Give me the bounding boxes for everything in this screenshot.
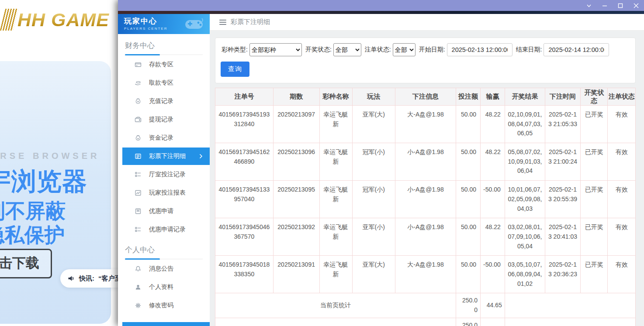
gear-icon [135,302,142,309]
sidebar-item[interactable]: 优惠申请 [122,202,210,220]
bet-detail-icon [135,153,142,160]
sidebar-item-label: 充值记录 [149,97,173,105]
sidebar-item[interactable]: 优惠申请记录 [122,221,210,238]
summary-winloss-total: 44.65 [480,293,505,318]
sidebar-item[interactable]: 存款专区 [122,56,210,73]
sidebar-item[interactable]: 提现记录 [122,111,210,128]
sidebar-item-label: 彩票下注明细 [149,152,186,160]
search-button[interactable]: 查询 [221,62,249,77]
profile-icon [135,284,142,291]
sidebar-item[interactable]: 资金记录 [122,129,210,147]
sidebar-item[interactable]: 取款专区 [122,74,210,92]
page-title: 彩票下注明细 [231,18,270,26]
summary-bet-total: 250.00 [456,293,481,318]
bet-table: 注单号期数彩种名称玩法下注信息投注额输赢开奖结果下注时间开奖状态注单状态 401… [215,88,636,326]
hh-game-logo: HH GAME [3,9,109,31]
column-header: 投注额 [456,88,481,106]
sidebar-item[interactable]: 修改密码 [122,297,210,314]
start-date-input[interactable] [447,43,512,56]
sidebar-item[interactable]: 充值记录 [122,93,210,110]
sidebar-item[interactable]: 厅室投注记录 [122,166,210,183]
summary-row: 当前页统计250.0044.65 [215,293,636,318]
download-button[interactable]: 击下载 [0,249,52,278]
players-center-window: 玩家中心 PLAYERS CENTER 财务中心存款专区取款专区充值记录提现记录… [118,0,644,326]
minimize-button[interactable] [601,2,608,9]
sidebar-item[interactable]: 彩票下注明细 [122,148,210,165]
sidebar-item[interactable]: 个人资料 [122,278,210,296]
column-header: 开奖状态 [580,88,608,106]
sidebar-item-label: 资金记录 [149,134,173,142]
maximize-button[interactable] [617,2,624,9]
gamepad-icon [183,17,205,32]
news-ticker[interactable]: 快讯: “客户至 [60,269,121,288]
summary-bet-total: 250.00 [456,318,481,326]
lottery-type-select[interactable]: 全部彩种 [249,43,302,56]
end-date-label: 结束日期: [516,46,542,54]
order-status-label: 注单状态: [365,46,391,54]
column-header: 彩种名称 [319,88,352,106]
sidebar-item[interactable]: 消息公告 [122,260,210,278]
summary-label: 总统计 [215,318,456,326]
column-header: 注单状态 [608,88,636,106]
table-row: 40156917394519331284020250213097幸运飞艇新亚军(… [215,106,636,143]
sidebar-header: 玩家中心 PLAYERS CENTER [118,14,210,34]
summary-label: 当前页统计 [215,293,456,318]
promo-record-icon [135,226,142,233]
page-header: 彩票下注明细 [210,14,644,31]
filter-panel: 彩种类型: 全部彩种 开奖状态: 全部 注单状态: 全部 开始日期: 结束日期: [215,38,636,83]
column-header: 下注信息 [395,88,456,106]
ticker-label: 快讯: [79,275,94,283]
sidebar-item-label: 个人资料 [149,283,173,291]
bell-icon [135,265,142,272]
column-header: 下注时间 [545,88,581,106]
window-border-strip [118,11,644,14]
promo-icon [135,208,142,215]
withdraw-wallet-icon [135,116,142,123]
menu-toggle-icon[interactable] [219,20,226,25]
close-button[interactable] [633,2,640,9]
order-status-select[interactable]: 全部 [393,43,415,56]
report-icon [135,189,142,196]
sidebar-item-label: 优惠申请记录 [149,226,186,233]
window-titlebar [118,0,644,11]
chevron-right-icon [199,154,203,159]
ad-headline: 宇浏览器 [0,165,87,199]
sidebar-item-label: 修改密码 [149,302,173,309]
table-header-row: 注单号期数彩种名称玩法下注信息投注额输赢开奖结果下注时间开奖状态注单状态 [215,88,636,106]
main-content: 彩票下注明细 彩种类型: 全部彩种 开奖状态: 全部 注单状态: 全部 [210,14,644,326]
summary-winloss-total: 44.65 [480,318,505,326]
start-date-label: 开始日期: [419,46,445,54]
end-date-input[interactable] [544,43,609,56]
sidebar-item-label: 取款专区 [149,79,173,87]
sidebar: 玩家中心 PLAYERS CENTER 财务中心存款专区取款专区充值记录提现记录… [118,14,210,326]
draw-status-label: 开奖状态: [305,46,332,54]
sidebar-item-label: 存款专区 [149,61,173,69]
sidebar-item-label: 提现记录 [149,116,173,124]
sidebar-item[interactable]: 玩家投注报表 [122,184,210,202]
speaker-icon [68,275,75,282]
sidebar-item-label: 厅室投注记录 [149,171,186,178]
column-header: 玩法 [352,88,395,106]
column-header: 开奖结果 [505,88,545,106]
withdraw-hand-icon [135,79,142,86]
sidebar-section-label: 个人中心 [125,245,203,259]
summary-row: 总统计250.0044.65 [215,318,636,326]
funds-bag-icon [135,134,142,141]
table-row: 40156917394501833835020250213091幸运飞艇新亚军(… [215,256,636,293]
column-header: 输赢 [480,88,505,106]
logo-stripes-decoration [0,9,18,31]
table-row: 40156917394513395704020250213095幸运飞艇新冠军(… [215,181,636,218]
draw-status-select[interactable]: 全部 [333,43,361,56]
recharge-bag-icon [135,98,142,105]
table-row: 40156917394516246689020250213096幸运飞艇新冠军(… [215,143,636,181]
deposit-card-icon [135,61,142,68]
column-header: 注单号 [215,88,274,106]
chevron-down-icon[interactable] [585,2,592,9]
hall-record-icon [135,171,142,178]
logo-text: HH GAME [17,9,109,31]
lottery-type-label: 彩种类型: [222,46,248,54]
sidebar-item-label: 消息公告 [149,265,173,273]
sidebar-item-label: 玩家投注报表 [149,189,186,197]
sidebar-item-label: 优惠申请 [149,207,173,215]
background-site-page: HH GAME ERSE BROWSER 宇浏览器 制不屏蔽 隐私保护 击下载 … [0,0,121,326]
